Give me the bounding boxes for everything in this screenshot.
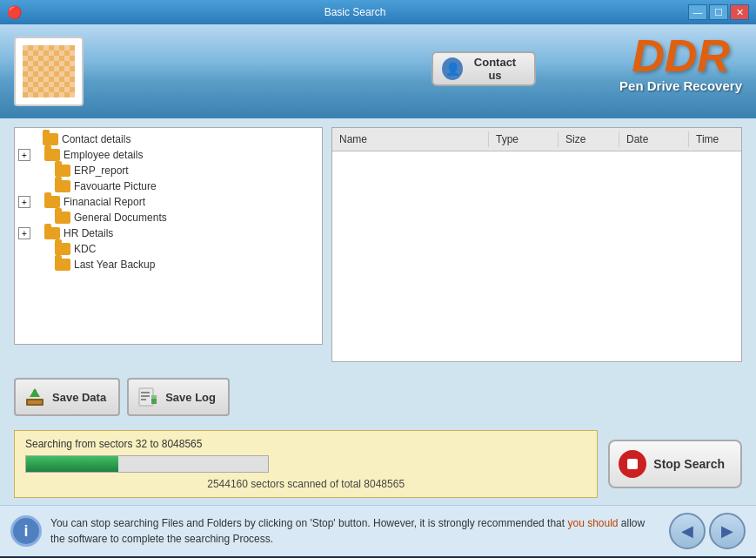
col-time-header: Time (689, 131, 741, 147)
list-item[interactable]: Favouarte Picture (15, 178, 322, 194)
contact-icon: 👤 (442, 57, 463, 80)
tree-panel: Contact details + Employee details ERP_r… (14, 127, 323, 345)
list-item[interactable]: Contact details (15, 131, 322, 147)
tree-item-label: KDC (74, 243, 96, 255)
progress-label: Searching from sectors 32 to 8048565 (25, 438, 586, 450)
contact-us-button[interactable]: 👤 Contact us (432, 51, 536, 86)
svg-rect-6 (141, 399, 146, 400)
prev-button[interactable]: ◀ (669, 513, 706, 549)
col-size-header: Size (559, 131, 619, 147)
save-data-button[interactable]: Save Data (14, 378, 120, 416)
svg-rect-1 (28, 400, 42, 404)
folder-icon (44, 227, 60, 239)
tree-item-label: Favouarte Picture (74, 180, 157, 192)
tree-item-label: HR Details (64, 227, 113, 239)
progress-scanned-text: 2544160 sectors scanned of total 8048565 (25, 478, 586, 490)
maximize-button[interactable]: ☐ (709, 4, 728, 20)
tree-item-label: Contact details (62, 133, 130, 145)
info-text: You can stop searching Files and Folders… (50, 515, 660, 547)
folder-icon (44, 196, 60, 208)
col-type-header: Type (489, 131, 559, 147)
logo-image (23, 45, 75, 97)
stop-search-button[interactable]: Stop Search (608, 440, 742, 488)
navigation-buttons: ◀ ▶ (669, 513, 746, 549)
progress-box: Searching from sectors 32 to 8048565 254… (14, 430, 598, 498)
folder-icon (55, 259, 70, 271)
ddr-text: DDR (619, 33, 742, 78)
save-data-icon (23, 385, 47, 409)
tree-item-label: Finanacial Report (64, 196, 145, 208)
folder-icon (55, 212, 70, 224)
file-list-header: Name Type Size Date Time (332, 128, 741, 151)
info-text-highlight: you should (567, 517, 618, 529)
list-item[interactable]: Last Year Backup (15, 257, 322, 272)
progress-bar-background (25, 455, 269, 473)
expand-button[interactable]: + (18, 149, 30, 161)
save-log-button[interactable]: Save Log (127, 378, 230, 416)
col-date-header: Date (619, 131, 689, 147)
folder-icon (55, 180, 70, 192)
save-data-label: Save Data (52, 391, 106, 404)
title-bar-icon: 🔴 (7, 5, 22, 19)
window-title: Basic Search (22, 6, 688, 18)
info-text-normal1: You can stop searching Files and Folders… (50, 517, 567, 529)
ddr-logo: DDR Pen Drive Recovery (619, 33, 742, 93)
progress-bar-fill (26, 456, 118, 472)
main-content: Contact details + Employee details ERP_r… (0, 118, 756, 371)
folder-icon (43, 133, 58, 145)
svg-rect-4 (141, 392, 150, 393)
file-panel: Name Type Size Date Time (331, 127, 742, 362)
title-bar: 🔴 Basic Search — ☐ ✕ (0, 0, 756, 24)
folder-icon (55, 165, 70, 177)
folder-icon (44, 149, 60, 161)
stop-search-label: Stop Search (653, 457, 725, 471)
folder-icon (55, 243, 70, 255)
window-controls: — ☐ ✕ (688, 4, 749, 20)
col-name-header: Name (332, 131, 489, 147)
stop-inner-square (627, 459, 638, 469)
info-icon: i (10, 515, 42, 547)
minimize-button[interactable]: — (688, 4, 707, 20)
close-button[interactable]: ✕ (730, 4, 749, 20)
stop-icon (619, 450, 646, 478)
list-item[interactable]: General Documents (15, 210, 322, 225)
save-log-label: Save Log (165, 391, 216, 404)
contact-btn-label: Contact us (468, 56, 522, 82)
tree-item-label: General Documents (74, 212, 167, 224)
ddr-subtitle: Pen Drive Recovery (619, 78, 742, 93)
bottom-buttons: Save Data Save Log (0, 371, 756, 423)
tree-scroll[interactable]: Contact details + Employee details ERP_r… (15, 128, 322, 344)
svg-rect-5 (141, 395, 150, 397)
header: 👤 Contact us DDR Pen Drive Recovery (0, 24, 756, 118)
svg-rect-2 (33, 390, 37, 397)
tree-item-label: ERP_report (74, 165, 129, 177)
info-bar: i You can stop searching Files and Folde… (0, 505, 756, 556)
progress-area: Searching from sectors 32 to 8048565 254… (0, 423, 756, 505)
expand-button[interactable]: + (18, 196, 30, 208)
next-button[interactable]: ▶ (709, 513, 746, 549)
expand-button[interactable]: + (18, 227, 30, 239)
file-list-body[interactable] (332, 151, 741, 361)
save-log-icon (136, 385, 160, 409)
tree-item-label: Employee details (64, 149, 143, 161)
logo-box (14, 37, 84, 106)
tree-item-label: Last Year Backup (74, 259, 155, 271)
